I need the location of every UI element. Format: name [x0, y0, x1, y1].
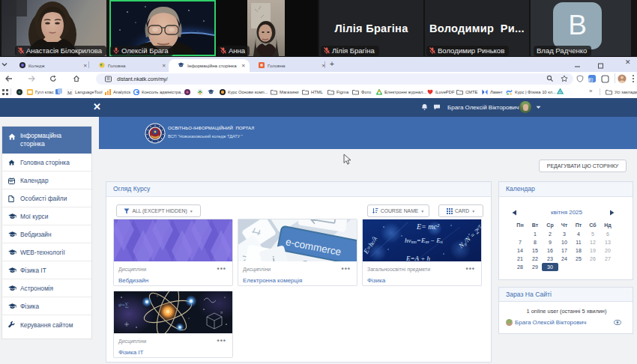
svg-text:π: π: [220, 310, 223, 315]
svg-text:あ: あ: [590, 78, 594, 83]
svg-text:ψ=∑: ψ=∑: [118, 302, 129, 308]
svg-text:M: M: [67, 89, 72, 94]
svg-text:E=A + h: E=A + h: [405, 255, 430, 261]
svg-text:hνmn=Em − En: hνmn=Em − En: [405, 237, 443, 244]
svg-text:@: @: [298, 258, 311, 261]
svg-text:E= mc²: E= mc²: [416, 222, 440, 231]
